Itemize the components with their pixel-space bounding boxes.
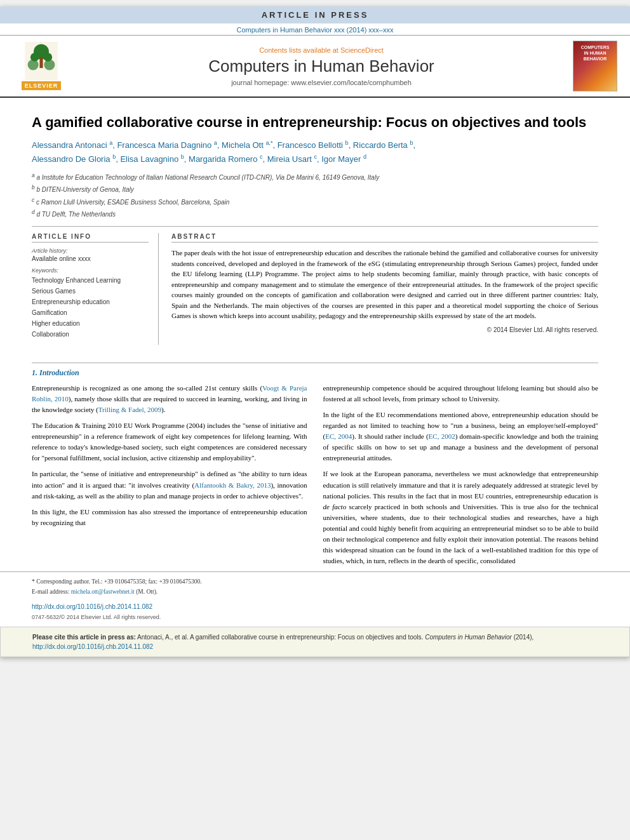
svg-point-5 [28, 59, 39, 70]
body-p6: In the light of the EU recommendations m… [323, 410, 599, 463]
affiliation-c: c c Ramon Llull University, ESADE Busine… [32, 196, 598, 208]
link-ec2004[interactable]: EC, 2004 [325, 432, 352, 440]
keyword-6: Collaboration [32, 329, 149, 340]
journal-header: ELSEVIER Contents lists available at Sci… [0, 36, 630, 98]
banner-text: ARTICLE IN PRESS [262, 10, 369, 20]
affiliation-d: d d TU Delft, The Netherlands [32, 208, 598, 220]
body-p1: Entrepreneurship is recognized as one am… [32, 383, 307, 415]
doi-line: Computers in Human Behavior xxx (2014) x… [0, 23, 630, 36]
footnotes: * Corresponding author. Tel.: +39 010647… [0, 571, 630, 601]
main-content: A gamified collaborative course in entre… [0, 98, 630, 357]
elsevier-logo: ELSEVIER [10, 42, 73, 90]
article-in-press-banner: ARTICLE IN PRESS [0, 6, 630, 23]
footnote-corresponding: * Corresponding author. Tel.: +39 010647… [32, 577, 598, 586]
cite-doi-link[interactable]: http://dx.doi.org/10.1016/j.chb.2014.11.… [32, 643, 153, 650]
keyword-3: Entrepreneurship education [32, 297, 149, 307]
available-label: Available online xxxx [32, 255, 149, 262]
body-p7: If we look at the European panorama, nev… [323, 469, 599, 566]
body-p4: In this light, the EU commission has als… [32, 507, 307, 528]
science-direct-link: Contents lists available at ScienceDirec… [73, 46, 570, 54]
body-p5: entrepreneurship competence should be ac… [323, 383, 599, 404]
keyword-4: Gamification [32, 307, 149, 318]
body-col-right: entrepreneurship competence should be ac… [323, 383, 599, 571]
article-title: A gamified collaborative course in entre… [32, 114, 598, 132]
cite-prefix: Antonaci, A., et al. A gamified collabor… [137, 634, 425, 641]
body-p2: The Education & Training 2010 EU Work Pr… [32, 420, 307, 463]
cite-journal: Computers in Human Behavior [425, 634, 512, 641]
elsevier-tree-icon [22, 42, 60, 80]
link-ec2002[interactable]: EC, 2002 [429, 432, 455, 440]
svg-point-6 [44, 59, 55, 70]
journal-homepage: journal homepage: www.elsevier.com/locat… [73, 79, 570, 86]
email-link[interactable]: michela.ott@fastwebnet.it [71, 589, 135, 595]
journal-center: Contents lists available at ScienceDirec… [73, 46, 570, 86]
science-direct-name[interactable]: ScienceDirect [340, 46, 384, 54]
doi-footer-link[interactable]: http://dx.doi.org/10.1016/j.chb.2014.11.… [32, 603, 152, 610]
article-history: Article history: Available online xxxx [32, 248, 149, 262]
footnote-email: E-mail address: michela.ott@fastwebnet.i… [32, 587, 598, 596]
keyword-5: Higher education [32, 318, 149, 329]
article-info-panel: ARTICLE INFO Article history: Available … [32, 233, 159, 345]
keywords-label: Keywords: [32, 267, 149, 274]
cover-image: COMPUTERS IN HUMAN BEHAVIOR [573, 41, 617, 91]
affiliation-b: b b DITEN-University of Genoa, Italy [32, 183, 598, 195]
doi-footer: http://dx.doi.org/10.1016/j.chb.2014.11.… [0, 601, 630, 613]
keywords-section: Keywords: Technology Enhanced Learning S… [32, 267, 149, 340]
doi-line-text: Computers in Human Behavior xxx (2014) x… [237, 26, 394, 34]
contents-label: Contents lists available at [259, 46, 340, 54]
section1-heading: 1. Introduction [32, 368, 598, 378]
history-label: Article history: [32, 248, 149, 254]
authors: Alessandra Antonaci a, Francesca Maria D… [32, 138, 598, 166]
article-info-heading: ARTICLE INFO [32, 233, 149, 243]
body-p3: In particular, the "sense of initiative … [32, 469, 307, 501]
body-content: 1. Introduction Entrepreneurship is reco… [0, 363, 630, 571]
cite-year: (2014), [512, 634, 533, 641]
keyword-2: Serious Games [32, 286, 149, 297]
journal-title: Computers in Human Behavior [73, 57, 570, 76]
copyright: © 2014 Elsevier Ltd. All rights reserved… [171, 326, 598, 333]
license-line: 0747-5632/© 2014 Elsevier Ltd. All right… [0, 613, 630, 623]
body-divider [32, 363, 598, 363]
abstract-text: The paper deals with the hot issue of en… [171, 248, 598, 321]
keyword-1: Technology Enhanced Learning [32, 275, 149, 286]
page: ARTICLE IN PRESS Computers in Human Beha… [0, 6, 630, 657]
abstract-panel: ABSTRACT The paper deals with the hot is… [171, 233, 598, 345]
cover-image-text: COMPUTERS IN HUMAN BEHAVIOR [581, 44, 610, 62]
cite-label: Please cite this article in press as: [32, 634, 136, 641]
citation-box: Please cite this article in press as: An… [0, 627, 630, 657]
affiliations: a a Institute for Education Technology o… [32, 171, 598, 220]
keywords-list: Technology Enhanced Learning Serious Gam… [32, 275, 149, 340]
abstract-heading: ABSTRACT [171, 233, 598, 243]
svg-rect-4 [39, 57, 43, 68]
link-voogt[interactable]: Voogt & Pareja Roblin, 2010 [32, 384, 307, 403]
body-two-col: Entrepreneurship is recognized as one am… [32, 383, 598, 571]
elsevier-label: ELSEVIER [22, 81, 62, 90]
link-alfantookh[interactable]: Alfantookh & Bakry, 2013 [194, 481, 271, 489]
info-abstract-section: ARTICLE INFO Article history: Available … [32, 233, 598, 345]
header-divider [32, 226, 598, 227]
journal-cover: COMPUTERS IN HUMAN BEHAVIOR [570, 41, 620, 91]
link-trilling[interactable]: Trilling & Fadel, 2009 [98, 406, 161, 413]
body-col-left: Entrepreneurship is recognized as one am… [32, 383, 307, 571]
affiliation-a: a a Institute for Education Technology o… [32, 171, 598, 183]
